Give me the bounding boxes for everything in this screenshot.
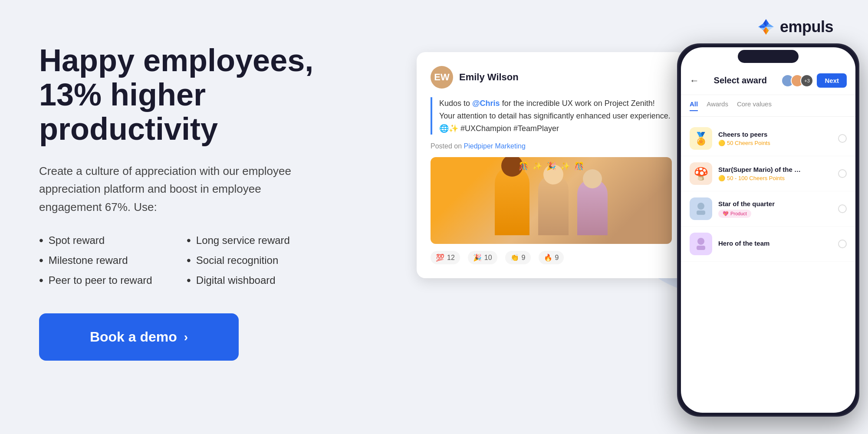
svg-point-8 — [697, 203, 704, 210]
book-demo-button[interactable]: Book a demo › — [39, 313, 239, 361]
award-item-mario[interactable]: 🍄 Star(Super Mario) of the month(Dec... … — [681, 156, 855, 191]
reactions: 💯12 🎉10 👏9 🔥9 — [431, 251, 672, 264]
radio-mario[interactable] — [838, 169, 847, 178]
feature-social-recognition: Social recognition — [187, 253, 334, 267]
award-info-cheers: Cheers to peers 🟡 50 Cheers Points — [718, 131, 832, 146]
award-thumb-hero — [690, 233, 712, 255]
next-button[interactable]: Next — [817, 73, 847, 88]
posted-location: Piedpiper Marketing — [464, 142, 526, 150]
award-points-cheers: 🟡 50 Cheers Points — [718, 140, 832, 146]
right-area: EW Emily Wilson Kudos to @Chris for the … — [391, 26, 868, 434]
chevron-right-icon: › — [184, 330, 188, 344]
award-thumb-mario: 🍄 — [690, 162, 712, 185]
award-name-cheers: Cheers to peers — [718, 131, 805, 138]
avatar-stack: +3 — [781, 74, 813, 87]
award-thumb-cheers: 🏅 — [690, 127, 712, 150]
left-content: Happy employees, 13% higher productivity… — [39, 43, 334, 361]
features-grid: Spot reward Milestone reward Peer to pee… — [39, 233, 334, 287]
award-name-mario: Star(Super Mario) of the month(Dec... — [718, 166, 805, 173]
feature-peer-reward: Peer to peer to reward — [39, 273, 187, 287]
svg-rect-11 — [697, 246, 705, 250]
reaction-item: 💯12 — [431, 251, 460, 264]
award-name-hero: Hero of the team — [718, 240, 805, 247]
user-name: Emily Wilson — [459, 72, 519, 83]
reaction-item: 🎉10 — [468, 251, 497, 264]
post-image: 🎊✨🎉✨🎊 — [431, 157, 672, 244]
radio-quarter[interactable] — [838, 204, 847, 213]
main-heading: Happy employees, 13% higher productivity — [39, 43, 334, 147]
sub-text: Create a culture of appreciation with ou… — [39, 162, 308, 217]
phone-screen: ← Select award +3 Next All Awards Core v… — [681, 47, 855, 413]
reaction-item: 🔥9 — [539, 251, 564, 264]
posted-on: Posted on Piedpiper Marketing — [431, 142, 672, 150]
avatar: EW — [431, 66, 453, 89]
card-header: EW Emily Wilson — [431, 66, 672, 89]
feature-spot-reward: Spot reward — [39, 233, 187, 247]
award-info-mario: Star(Super Mario) of the month(Dec... 🟡 … — [718, 166, 832, 181]
tab-core-values[interactable]: Core values — [737, 100, 772, 111]
phone-notch — [738, 50, 799, 63]
mention: @Chris — [472, 99, 500, 108]
award-points-mario: 🟡 50 - 100 Cheers Points — [718, 175, 832, 181]
feature-col-left: Spot reward Milestone reward Peer to pee… — [39, 233, 187, 287]
radio-cheers[interactable] — [838, 134, 847, 143]
feature-long-service: Long service reward — [187, 233, 334, 247]
svg-point-10 — [697, 238, 704, 245]
radio-hero[interactable] — [838, 240, 847, 248]
kudos-block: Kudos to @Chris for the incredible UX wo… — [431, 97, 672, 135]
social-card: EW Emily Wilson Kudos to @Chris for the … — [417, 52, 686, 278]
award-info-quarter: Star of the quarter 💖 Product — [718, 200, 832, 218]
feature-digital-wishboard: Digital wishboard — [187, 273, 334, 287]
back-button[interactable]: ← — [690, 75, 699, 86]
tabs-row: All Awards Core values — [681, 95, 855, 117]
phone-header-right: +3 Next — [781, 73, 847, 88]
award-thumb-quarter — [690, 197, 712, 220]
award-info-hero: Hero of the team — [718, 240, 832, 249]
avatar-count: +3 — [800, 74, 813, 87]
tab-all[interactable]: All — [690, 100, 698, 111]
award-tag-product: 💖 Product — [718, 210, 751, 218]
book-demo-label: Book a demo — [90, 329, 177, 345]
award-name-quarter: Star of the quarter — [718, 200, 805, 207]
award-item-quarter[interactable]: Star of the quarter 💖 Product — [681, 191, 855, 227]
award-list: 🏅 Cheers to peers 🟡 50 Cheers Points 🍄 — [681, 117, 855, 266]
reaction-item: 👏9 — [505, 251, 531, 264]
tab-awards[interactable]: Awards — [707, 100, 728, 111]
award-item-hero[interactable]: Hero of the team — [681, 227, 855, 262]
svg-rect-9 — [697, 210, 705, 215]
kudos-text: Kudos to @Chris for the incredible UX wo… — [439, 97, 672, 135]
select-award-title: Select award — [714, 76, 767, 85]
feature-col-right: Long service reward Social recognition D… — [187, 233, 334, 287]
award-item-cheers[interactable]: 🏅 Cheers to peers 🟡 50 Cheers Points — [681, 121, 855, 156]
phone-mockup: ← Select award +3 Next All Awards Core v… — [677, 43, 859, 417]
feature-milestone-reward: Milestone reward — [39, 253, 187, 267]
